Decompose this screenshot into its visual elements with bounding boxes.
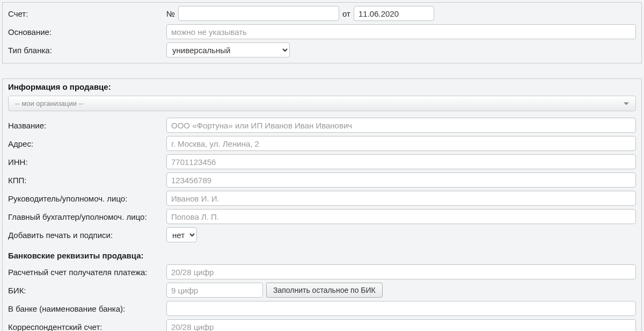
invoice-number-input[interactable] — [178, 6, 339, 21]
basis-input[interactable] — [166, 24, 636, 39]
fill-by-bik-button[interactable]: Заполнить остальное по БИК — [266, 283, 383, 298]
bank-bik-input[interactable] — [166, 283, 263, 298]
basis-row: Основание: — [8, 24, 636, 39]
bank-name-row: В банке (наименование банка): — [8, 301, 636, 316]
number-prefix: № — [166, 9, 175, 18]
blank-type-select[interactable]: универсальный — [166, 42, 290, 57]
invoice-label: Счет: — [8, 9, 166, 18]
bank-bik-row: БИК: Заполнить остальное по БИК — [8, 283, 636, 298]
bank-section-title: Банковские реквизиты продавца: — [8, 251, 636, 260]
bank-corr-input[interactable] — [166, 319, 636, 331]
invoice-date-input[interactable] — [354, 6, 434, 21]
seller-stamp-row: Добавить печать и подписи: нет — [8, 227, 636, 242]
seller-kpp-label: КПП: — [8, 176, 166, 185]
org-dropdown[interactable]: -- мои организации -- — [8, 96, 636, 111]
seller-director-label: Руководитель/уполномоч. лицо: — [8, 194, 166, 203]
seller-address-input[interactable] — [166, 136, 636, 151]
seller-address-label: Адрес: — [8, 139, 166, 148]
seller-accountant-row: Главный бухгалтер/уполномоч. лицо: — [8, 209, 636, 224]
date-prefix: от — [342, 9, 350, 18]
bank-account-input[interactable] — [166, 264, 636, 279]
seller-name-label: Название: — [8, 121, 166, 130]
seller-name-input[interactable] — [166, 118, 636, 133]
seller-director-input[interactable] — [166, 191, 636, 206]
bank-name-input[interactable] — [166, 301, 636, 316]
invoice-value-group: № от — [166, 6, 636, 21]
seller-director-row: Руководитель/уполномоч. лицо: — [8, 191, 636, 206]
invoice-header-panel: Счет: № от Основание: Тип бланка: универ… — [2, 2, 642, 63]
seller-address-row: Адрес: — [8, 136, 636, 151]
seller-inn-label: ИНН: — [8, 157, 166, 167]
seller-inn-input[interactable] — [166, 154, 636, 169]
seller-name-row: Название: — [8, 118, 636, 133]
org-dropdown-label: -- мои организации -- — [15, 99, 83, 107]
seller-stamp-select[interactable]: нет — [166, 227, 197, 242]
bank-account-row: Расчетный счет получателя платежа: — [8, 264, 636, 279]
seller-stamp-label: Добавить печать и подписи: — [8, 231, 166, 240]
bank-corr-row: Корреспондентский счет: — [8, 319, 636, 331]
bank-bik-label: БИК: — [8, 286, 166, 295]
seller-inn-row: ИНН: — [8, 154, 636, 169]
basis-label: Основание: — [8, 27, 166, 37]
seller-kpp-input[interactable] — [166, 172, 636, 188]
bank-account-label: Расчетный счет получателя платежа: — [8, 268, 166, 277]
blank-type-row: Тип бланка: универсальный — [8, 42, 636, 57]
bank-corr-label: Корреспондентский счет: — [8, 322, 166, 332]
blank-type-label: Тип бланка: — [8, 46, 166, 55]
seller-accountant-input[interactable] — [166, 209, 636, 224]
invoice-row: Счет: № от — [8, 6, 636, 21]
seller-accountant-label: Главный бухгалтер/уполномоч. лицо: — [8, 212, 166, 221]
seller-panel: Информация о продавце: -- мои организаци… — [2, 78, 642, 331]
bank-name-label: В банке (наименование банка): — [8, 304, 166, 313]
seller-section-title: Информация о продавце: — [8, 82, 636, 91]
seller-kpp-row: КПП: — [8, 172, 636, 188]
